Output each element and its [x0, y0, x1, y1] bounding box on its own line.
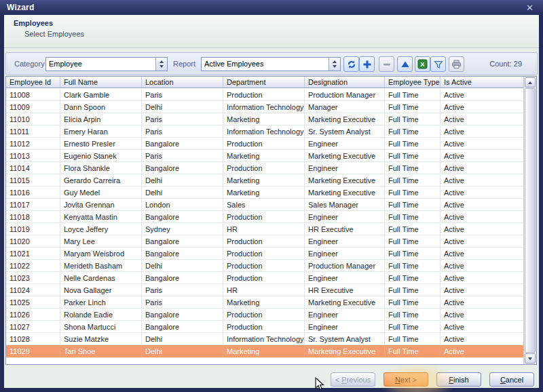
- column-header[interactable]: Designation: [305, 77, 385, 87]
- table-cell: Active: [441, 138, 523, 149]
- table-row[interactable]: 11023Nelle CardenasBangaloreProductionEn…: [6, 272, 523, 284]
- table-cell: Paris: [142, 113, 223, 125]
- table-cell: 11015: [6, 174, 60, 186]
- column-header[interactable]: Department: [223, 77, 305, 87]
- spinner-icon[interactable]: [155, 58, 167, 71]
- table-cell: Delhi: [142, 101, 223, 113]
- table-cell: Active: [441, 272, 523, 283]
- table-cell: Marketing Executive: [305, 174, 385, 186]
- category-select[interactable]: Employee: [45, 57, 168, 71]
- spinner-icon[interactable]: [329, 58, 340, 71]
- table-cell: Marketing Executive: [305, 113, 385, 125]
- table-row[interactable]: 11025Parker LinchParisMarketingMarketing…: [6, 296, 523, 309]
- table-row[interactable]: 11029Tari ShoeDelhiMarketingMarketing Ex…: [6, 345, 523, 357]
- table-cell: Active: [441, 89, 523, 100]
- table-row[interactable]: 11027Shona MartucciBangaloreProductionEn…: [6, 321, 523, 333]
- table-cell: Active: [441, 174, 523, 186]
- table-row[interactable]: 11018Kenyatta MastinBangaloreProductionE…: [6, 211, 523, 223]
- vertical-scrollbar[interactable]: [523, 77, 536, 364]
- table-row[interactable]: 11026Rolande EadieBangaloreProductionEng…: [6, 309, 523, 321]
- table-row[interactable]: 11024Nova GallagerParisHRHR ExecutiveFul…: [6, 284, 523, 296]
- finish-button[interactable]: Finish: [436, 372, 481, 387]
- table-cell: Nova Gallager: [60, 284, 142, 296]
- table-row[interactable]: 11008Clark GambleParisProductionProducti…: [6, 89, 523, 101]
- table-row[interactable]: 11014Flora ShankleBangaloreProductionEng…: [6, 162, 523, 174]
- table-row[interactable]: 11028Suzie MatzkeDelhiInformation Techno…: [6, 333, 523, 345]
- move-up-button[interactable]: [397, 56, 413, 72]
- column-header[interactable]: Full Name: [60, 77, 142, 87]
- column-header[interactable]: Employee Type: [385, 77, 441, 87]
- table-cell: Emery Haran: [60, 125, 142, 137]
- printer-icon: [451, 60, 462, 69]
- table-cell: Marketing Executive: [305, 345, 385, 357]
- prev-button[interactable]: < Previous: [331, 372, 375, 387]
- table-cell: 11023: [6, 272, 60, 283]
- table-cell: Loyce Jeffery: [60, 223, 142, 235]
- table-cell: Active: [441, 333, 523, 345]
- cancel-button[interactable]: Cancel: [489, 372, 534, 387]
- scrollbar-thumb[interactable]: [525, 88, 536, 353]
- table-cell: Bangalore: [142, 321, 223, 332]
- table-row[interactable]: 11022Merideth BashamDelhiProductionProdu…: [6, 260, 523, 272]
- table-cell: HR Executive: [305, 284, 385, 296]
- table-row[interactable]: 11013Eugenio StanekParisMarketingMarketi…: [6, 150, 523, 162]
- table-cell: Full Time: [385, 235, 441, 247]
- table-cell: Bangalore: [142, 211, 223, 222]
- table-row[interactable]: 11009Dann SpoonDelhiInformation Technolo…: [6, 101, 523, 113]
- table-cell: Engineer: [305, 138, 385, 149]
- table-row[interactable]: 11012Ernesto PreslerBangaloreProductionE…: [6, 138, 523, 150]
- table-cell: Active: [441, 296, 523, 308]
- dialog-content: Employees Select Employees Category Empl…: [4, 15, 539, 388]
- close-icon[interactable]: ✕: [523, 3, 536, 13]
- table-cell: Paris: [142, 284, 223, 296]
- column-header[interactable]: Is Active: [441, 77, 523, 87]
- column-header[interactable]: Employee Id: [6, 77, 60, 87]
- mouse-cursor-icon: [314, 377, 325, 391]
- refresh-button[interactable]: [343, 56, 359, 72]
- table-row[interactable]: 11016Guy MedelDelhiMarketingMarketing Ex…: [6, 187, 523, 199]
- table-row[interactable]: 11017Jovita GrennanLondonSalesSales Mana…: [6, 199, 523, 211]
- table-cell: 11025: [6, 296, 60, 308]
- filter-button[interactable]: [430, 56, 446, 72]
- export-excel-button[interactable]: X: [415, 56, 430, 72]
- table-cell: Maryam Weisbrod: [60, 248, 142, 259]
- table-cell: Active: [441, 150, 523, 161]
- table-row[interactable]: 11011Emery HaranParisInformation Technol…: [6, 125, 523, 138]
- table-row[interactable]: 11019Loyce JefferySydneyHRHR ExecutiveFu…: [6, 223, 523, 235]
- table-cell: Full Time: [385, 113, 441, 125]
- table-cell: 11027: [6, 321, 60, 332]
- report-label: Report: [173, 60, 195, 68]
- add-button[interactable]: [359, 56, 375, 72]
- table-cell: Tari Shoe: [60, 345, 142, 357]
- table-row[interactable]: 11015Gerardo CarreiraDelhiMarketingMarke…: [6, 174, 523, 187]
- record-count: Count: 29: [489, 60, 522, 68]
- table-cell: Full Time: [385, 248, 441, 259]
- next-button[interactable]: Next >: [383, 372, 428, 387]
- scroll-down-button[interactable]: [525, 353, 536, 364]
- table-cell: Marketing Executive: [305, 150, 385, 161]
- table-cell: Paris: [142, 89, 223, 100]
- table-row[interactable]: 11021Maryam WeisbrodBangaloreProductionE…: [6, 248, 523, 260]
- table-cell: Full Time: [385, 187, 441, 198]
- table-cell: 11026: [6, 309, 60, 320]
- table-cell: Production: [223, 260, 305, 271]
- svg-text:X: X: [420, 60, 425, 68]
- window-title: Wizard: [7, 3, 34, 12]
- table-cell: Sr. System Analyst: [305, 333, 385, 345]
- scroll-up-icon: [528, 81, 532, 84]
- table-cell: Production Manager: [305, 89, 385, 100]
- report-select[interactable]: Active Employees: [201, 57, 341, 71]
- table-row[interactable]: 11020Mary LeeBangaloreProductionEngineer…: [6, 235, 523, 248]
- table-cell: Delhi: [142, 345, 223, 357]
- remove-button[interactable]: [379, 56, 394, 72]
- column-header[interactable]: Location: [142, 77, 223, 87]
- print-button[interactable]: [449, 56, 464, 72]
- table-row[interactable]: 11010Elicia ArpinParisMarketingMarketing…: [6, 113, 523, 125]
- table-cell: 11017: [6, 199, 60, 210]
- scroll-up-button[interactable]: [525, 77, 536, 87]
- table-cell: Sr. System Analyst: [305, 125, 385, 137]
- table-cell: Full Time: [385, 150, 441, 161]
- table-cell: Full Time: [385, 162, 441, 174]
- table-cell: Mary Lee: [60, 235, 142, 247]
- table-cell: Engineer: [305, 272, 385, 283]
